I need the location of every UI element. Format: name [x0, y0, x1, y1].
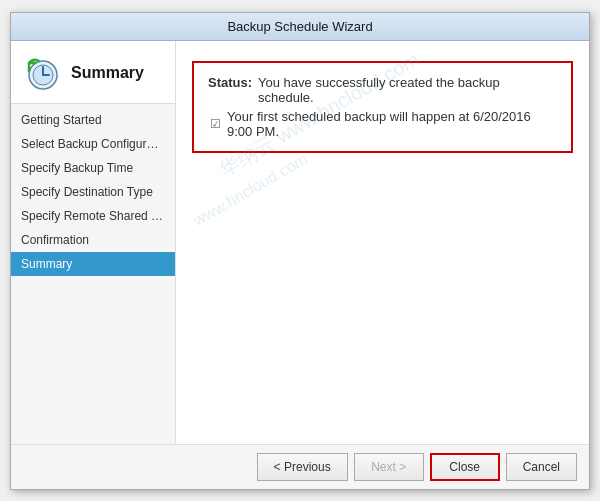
sidebar-heading: Summary — [71, 64, 144, 82]
status-box: Status: You have successfully created th… — [192, 61, 573, 153]
next-button[interactable]: Next > — [354, 453, 424, 481]
previous-button[interactable]: < Previous — [257, 453, 348, 481]
nav-item-destination-type[interactable]: Specify Destination Type — [11, 180, 175, 204]
nav-item-getting-started[interactable]: Getting Started — [11, 108, 175, 132]
status-line2: ☑ Your first scheduled backup will happe… — [208, 109, 557, 139]
wizard-icon — [21, 53, 61, 93]
status-line1: Status: You have successfully created th… — [208, 75, 557, 105]
footer: < Previous Next > Close Cancel — [11, 444, 589, 489]
main-content: Status: You have successfully created th… — [176, 41, 589, 169]
nav-item-remote-shared[interactable]: Specify Remote Shared F... — [11, 204, 175, 228]
status-label: Status: — [208, 75, 252, 105]
dialog-title: Backup Schedule Wizard — [227, 19, 372, 34]
sidebar-header: Summary — [11, 41, 175, 104]
sidebar-nav: Getting Started Select Backup Configurat… — [11, 104, 175, 444]
scheduled-time-text: Your first scheduled backup will happen … — [227, 109, 557, 139]
check-icon: ☑ — [210, 117, 221, 131]
dialog: Backup Schedule Wizard Summary — [10, 12, 590, 490]
sidebar: Summary Getting Started Select Backup Co… — [11, 41, 176, 444]
close-button[interactable]: Close — [430, 453, 500, 481]
nav-item-specify-time[interactable]: Specify Backup Time — [11, 156, 175, 180]
status-message: You have successfully created the backup… — [258, 75, 557, 105]
nav-item-confirmation[interactable]: Confirmation — [11, 228, 175, 252]
main-area: Status: You have successfully created th… — [176, 41, 589, 444]
content-area: Summary Getting Started Select Backup Co… — [11, 41, 589, 444]
nav-item-summary[interactable]: Summary — [11, 252, 175, 276]
nav-item-select-backup[interactable]: Select Backup Configurat... — [11, 132, 175, 156]
cancel-button[interactable]: Cancel — [506, 453, 577, 481]
title-bar: Backup Schedule Wizard — [11, 13, 589, 41]
